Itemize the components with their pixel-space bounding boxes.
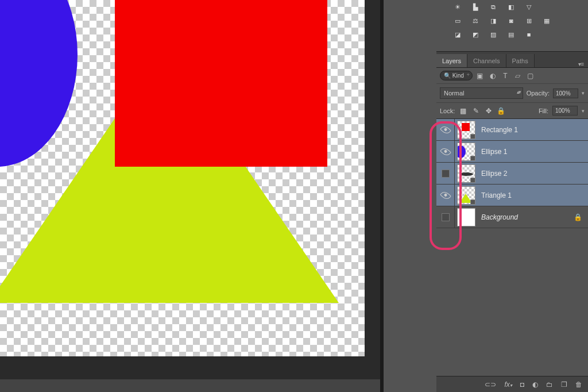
- lock-all-icon[interactable]: 🔒: [497, 106, 505, 115]
- adjustments-icon-strip: ☀ ▙ ⧉ ◧ ▽ ▭ ⚖ ◨ ◙ ⊞ ▦ ◪ ◩ ▨ ▤ ■: [436, 0, 588, 52]
- blend-mode-value: Normal: [444, 90, 464, 97]
- canvas-area: [0, 0, 380, 379]
- posterize-icon[interactable]: ◩: [470, 30, 481, 39]
- opacity-label: Opacity:: [527, 90, 550, 97]
- balance-icon[interactable]: ⚖: [470, 16, 481, 25]
- layer-name: Ellipse 2: [481, 170, 507, 178]
- blend-row: Normal ▴▾ Opacity: 100% ▾: [436, 84, 588, 103]
- shape-rectangle[interactable]: [115, 0, 327, 167]
- eye-icon: [440, 190, 451, 201]
- layer-thumbnail[interactable]: [457, 164, 475, 183]
- visibility-off-icon: [442, 213, 450, 221]
- color-lookup-icon[interactable]: ⊞: [524, 16, 534, 25]
- layer-thumbnail[interactable]: [457, 208, 475, 226]
- group-icon[interactable]: 🗀: [546, 381, 553, 389]
- layer-visibility-toggle[interactable]: [436, 206, 455, 228]
- filter-kind-label: 🔍 Kind: [444, 72, 464, 79]
- tab-paths[interactable]: Paths: [506, 54, 535, 67]
- eye-icon: [440, 146, 451, 157]
- layer-name: Ellipse 1: [481, 148, 507, 156]
- opacity-input[interactable]: 100%: [553, 89, 578, 98]
- exposure-icon[interactable]: ◧: [506, 2, 516, 11]
- eye-icon: [440, 124, 451, 136]
- levels-icon[interactable]: ▙: [470, 2, 481, 11]
- layer-thumbnail[interactable]: [457, 121, 475, 139]
- filter-smart-icon[interactable]: ▢: [525, 71, 536, 80]
- layer-visibility-toggle[interactable]: [436, 141, 455, 162]
- filter-shape-icon[interactable]: ▱: [513, 71, 523, 80]
- filter-pixel-icon[interactable]: ▣: [475, 71, 485, 80]
- mask-icon[interactable]: ◘: [520, 381, 524, 389]
- layer-row-triangle-1[interactable]: Triangle 1: [436, 185, 588, 206]
- panel-menu-icon[interactable]: ▾≡: [577, 61, 588, 67]
- lock-label: Lock:: [440, 107, 455, 114]
- mixer-icon[interactable]: ◙: [506, 16, 516, 25]
- layer-visibility-toggle[interactable]: [436, 163, 455, 184]
- fill-input[interactable]: 100%: [552, 106, 578, 116]
- curves-icon[interactable]: ⧉: [488, 2, 498, 11]
- panel-tabs: Layers Channels Paths ▾≡: [436, 52, 588, 68]
- invert-icon[interactable]: ◪: [452, 30, 463, 39]
- vibrance-icon[interactable]: ▽: [524, 2, 534, 11]
- filter-adjust-icon[interactable]: ◐: [488, 71, 498, 80]
- layer-row-ellipse-1[interactable]: Ellipse 1: [436, 141, 588, 163]
- layer-visibility-toggle[interactable]: [436, 119, 455, 140]
- adjustment-layer-icon[interactable]: ◐: [532, 381, 538, 389]
- opacity-flyout-icon[interactable]: ▾: [582, 90, 585, 96]
- filter-type-icon[interactable]: T: [500, 71, 510, 80]
- brightness-icon[interactable]: ☀: [452, 2, 463, 11]
- layer-row-rectangle-1[interactable]: Rectangle 1: [436, 119, 588, 141]
- lock-icon: 🔒: [574, 213, 582, 221]
- bw-icon[interactable]: ◨: [488, 16, 498, 25]
- layer-name: Rectangle 1: [481, 126, 518, 134]
- grid-icon[interactable]: ▦: [541, 16, 552, 25]
- filter-kind-select[interactable]: 🔍 Kind: [440, 71, 473, 80]
- layer-filter-row: 🔍 Kind ▣ ◐ T ▱ ▢: [436, 68, 588, 84]
- layers-list: Rectangle 1 Ellipse 1 Ellipse 2 Triangle…: [436, 119, 588, 228]
- tab-layers[interactable]: Layers: [436, 54, 467, 67]
- lock-paint-icon[interactable]: ✎: [471, 106, 480, 115]
- gradient-map-icon[interactable]: ▤: [506, 30, 516, 39]
- fill-label: Fill:: [539, 107, 548, 114]
- threshold-icon[interactable]: ▨: [488, 30, 498, 39]
- layer-visibility-toggle[interactable]: [436, 185, 455, 206]
- new-layer-icon[interactable]: ❐: [561, 381, 567, 389]
- right-panel: ☀ ▙ ⧉ ◧ ▽ ▭ ⚖ ◨ ◙ ⊞ ▦ ◪ ◩ ▨ ▤ ■ Layers C…: [384, 0, 588, 392]
- layer-row-background[interactable]: Background 🔒: [436, 206, 588, 228]
- selective-color-icon[interactable]: ■: [524, 30, 534, 39]
- blend-mode-select[interactable]: Normal ▴▾: [440, 87, 523, 99]
- link-layers-icon[interactable]: ⊂⊃: [485, 381, 496, 389]
- layer-thumbnail[interactable]: [457, 143, 475, 161]
- tab-channels[interactable]: Channels: [467, 54, 506, 67]
- delete-layer-icon[interactable]: 🗑: [575, 381, 582, 389]
- visibility-off-icon: [442, 170, 450, 178]
- layer-row-ellipse-2[interactable]: Ellipse 2: [436, 163, 588, 185]
- lock-position-icon[interactable]: ✥: [484, 106, 493, 115]
- layers-bottom-bar: ⊂⊃ fx▾ ◘ ◐ 🗀 ❐ 🗑: [436, 376, 588, 392]
- canvas[interactable]: [0, 0, 365, 356]
- layer-thumbnail[interactable]: [457, 186, 475, 205]
- fill-flyout-icon[interactable]: ▾: [582, 108, 585, 114]
- lock-transparency-icon[interactable]: ▩: [459, 106, 467, 115]
- photo-filter-icon[interactable]: ▭: [452, 16, 463, 25]
- layer-name: Triangle 1: [481, 191, 512, 199]
- layer-name: Background: [481, 213, 518, 221]
- lock-row: Lock: ▩ ✎ ✥ 🔒 Fill: 100% ▾: [436, 103, 588, 119]
- fx-icon[interactable]: fx▾: [504, 381, 512, 389]
